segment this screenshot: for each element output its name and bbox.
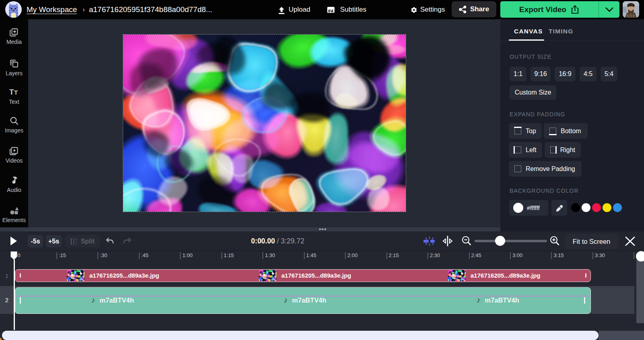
svg-text:T: T xyxy=(9,88,14,96)
svg-text:T: T xyxy=(14,89,18,96)
